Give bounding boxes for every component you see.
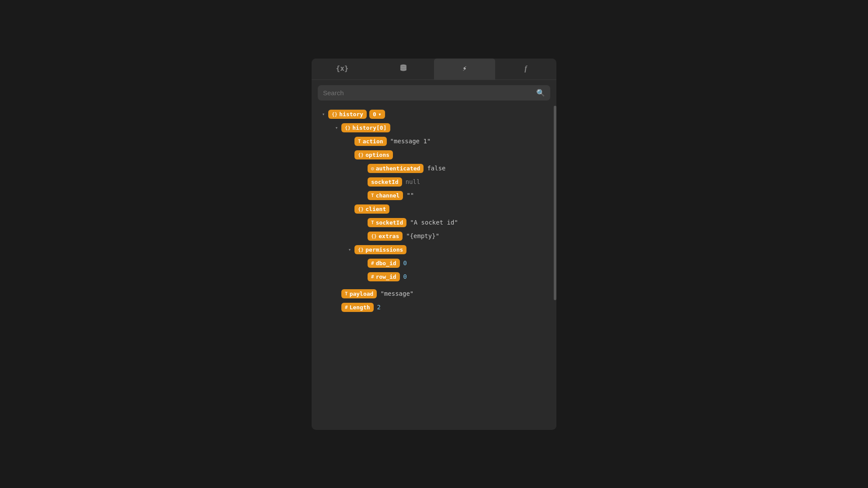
- chevron-icon[interactable]: ▾: [347, 247, 353, 253]
- extras-value: "{empty}": [406, 232, 439, 239]
- number-type-icon: #: [371, 260, 374, 266]
- row-id-badge[interactable]: # row_id: [368, 272, 400, 281]
- tab-bar: {x} ⚡ f: [312, 59, 556, 80]
- socketid2-badge[interactable]: T socketId: [368, 218, 406, 227]
- tree-row: ▾ T action "message 1": [312, 135, 556, 148]
- scrollbar-thumb[interactable]: [554, 106, 556, 300]
- channel-label: channel: [376, 192, 400, 199]
- tree-content: ▾ {} history 0 ▾ ▾ {} history[0] ▾ T act…: [312, 106, 556, 430]
- tree-row: ▾ socketId null: [312, 175, 556, 189]
- tree-row: ▾ {} permissions: [312, 243, 556, 256]
- history-badge[interactable]: {} history: [328, 110, 367, 119]
- variables-icon: {x}: [336, 64, 349, 73]
- history0-label: history[0]: [352, 125, 386, 131]
- number-type-icon: #: [371, 274, 374, 280]
- history-label: history: [339, 111, 363, 118]
- tree-row: ▾ T socketId "A socket id": [312, 216, 556, 229]
- length-value: 2: [377, 304, 381, 311]
- object-type-icon: {}: [371, 233, 377, 239]
- socketid1-value: null: [406, 178, 420, 185]
- object-type-icon: {}: [332, 111, 337, 117]
- history0-badge[interactable]: {} history[0]: [341, 123, 390, 132]
- tree-row: ▾ ◎ authenticated false: [312, 162, 556, 175]
- object-type-icon: {}: [358, 152, 364, 158]
- permissions-label: permissions: [365, 246, 403, 253]
- events-icon: ⚡: [462, 64, 467, 73]
- tree-row: ▾ # Length 2: [312, 301, 556, 314]
- tree-row: ▾ {} history[0]: [312, 121, 556, 135]
- tab-functions[interactable]: f: [495, 59, 556, 80]
- row-id-value: 0: [403, 273, 407, 280]
- history-dropdown-value: 0: [373, 111, 376, 118]
- chevron-icon[interactable]: ▾: [320, 111, 326, 117]
- length-badge[interactable]: # Length: [341, 303, 374, 312]
- options-badge[interactable]: {} options: [354, 150, 393, 159]
- history-dropdown[interactable]: 0 ▾: [369, 110, 385, 119]
- extras-label: extras: [378, 233, 399, 239]
- tree-row: ▾ {} extras "{empty}": [312, 229, 556, 243]
- permissions-badge[interactable]: {} permissions: [354, 245, 406, 254]
- number-type-icon: #: [345, 305, 348, 310]
- svg-point-0: [400, 64, 406, 66]
- tree-row: ▾ {} options: [312, 148, 556, 162]
- object-type-icon: {}: [358, 206, 364, 212]
- search-input[interactable]: [323, 89, 536, 97]
- client-badge[interactable]: {} client: [354, 204, 389, 214]
- dropdown-chevron-icon: ▾: [378, 111, 382, 118]
- channel-value: "": [406, 192, 414, 199]
- tab-variables[interactable]: {x}: [312, 59, 373, 80]
- payload-label: payload: [350, 291, 374, 297]
- action-label: action: [363, 138, 383, 145]
- tab-data[interactable]: [373, 59, 434, 80]
- functions-icon: f: [524, 65, 527, 73]
- socketid2-label: socketId: [376, 219, 403, 226]
- action-value: "message 1": [390, 138, 431, 145]
- string-type-icon: T: [358, 138, 361, 144]
- string-type-icon: T: [345, 291, 348, 297]
- options-label: options: [365, 152, 389, 158]
- channel-badge[interactable]: T channel: [368, 191, 403, 200]
- length-label: Length: [350, 304, 370, 311]
- client-label: client: [365, 206, 386, 212]
- socketid1-badge[interactable]: socketId: [368, 177, 402, 187]
- boolean-type-icon: ◎: [371, 166, 374, 171]
- row-id-label: row_id: [376, 273, 396, 280]
- search-icon: 🔍: [536, 89, 545, 97]
- dbo-id-value: 0: [403, 260, 407, 266]
- authenticated-value: false: [427, 165, 445, 172]
- payload-value: "message": [380, 290, 413, 297]
- tree-row: ▾ T channel "": [312, 189, 556, 202]
- tab-events[interactable]: ⚡: [434, 59, 495, 80]
- string-type-icon: T: [371, 193, 374, 198]
- object-type-icon: {}: [358, 247, 364, 253]
- data-icon: [399, 64, 407, 73]
- socketid1-label: socketId: [371, 179, 399, 185]
- socketid2-value: "A socket id": [410, 219, 458, 226]
- action-badge[interactable]: T action: [354, 137, 387, 146]
- authenticated-label: authenticated: [376, 165, 420, 172]
- tree-row: ▾ # row_id 0: [312, 270, 556, 284]
- tree-row: ▾ {} client: [312, 202, 556, 216]
- tree-row: ▾ T payload "message": [312, 287, 556, 301]
- authenticated-badge[interactable]: ◎ authenticated: [368, 164, 424, 173]
- extras-badge[interactable]: {} extras: [368, 232, 403, 241]
- payload-badge[interactable]: T payload: [341, 289, 377, 298]
- string-type-icon: T: [371, 220, 374, 225]
- chevron-icon[interactable]: ▾: [333, 125, 340, 131]
- tree-row: ▾ {} history 0 ▾: [312, 107, 556, 121]
- object-type-icon: {}: [345, 125, 351, 131]
- scrollbar-track[interactable]: [554, 106, 556, 430]
- inspector-panel: {x} ⚡ f 🔍 ▾ {} his: [312, 59, 556, 430]
- dbo-id-label: dbo_id: [376, 260, 396, 266]
- tree-row: ▾ # dbo_id 0: [312, 256, 556, 270]
- dbo-id-badge[interactable]: # dbo_id: [368, 259, 400, 268]
- search-bar[interactable]: 🔍: [318, 85, 550, 100]
